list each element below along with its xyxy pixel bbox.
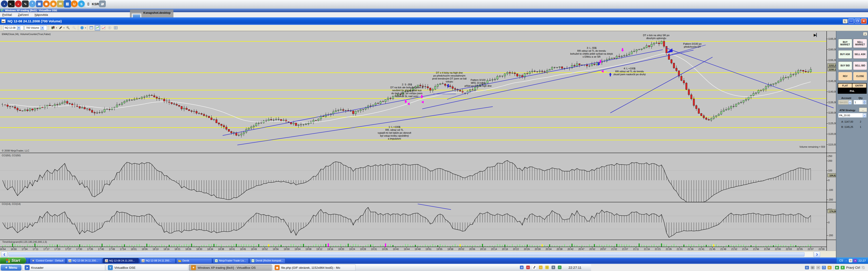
kmix-tray-icon[interactable]: ◁: [539, 266, 542, 269]
spin-down-icon[interactable]: ▼: [863, 102, 866, 104]
kde-task-krusader[interactable]: ➤Krusader: [23, 265, 105, 271]
interval-selector[interactable]: 700 Volume ▼: [25, 26, 47, 30]
scroll-right-button[interactable]: ❯: [814, 251, 820, 257]
firefox-icon[interactable]: ◉: [43, 0, 50, 7]
axis-tick: [827, 102, 828, 103]
draw-tool-icon[interactable]: [58, 25, 63, 31]
media-app-icon[interactable]: ◍: [50, 0, 57, 7]
time-axis-label: 20:14: [491, 248, 497, 250]
ninjatrader-tray-icon[interactable]: n: [849, 259, 852, 263]
scrollbar-track[interactable]: [8, 251, 813, 257]
axis-tick: [827, 144, 828, 145]
scroll-left-button[interactable]: ❮: [1, 251, 7, 257]
quantity-stepper[interactable]: 1 ▲▼: [854, 100, 867, 105]
ut-app-icon[interactable]: U: [71, 0, 78, 7]
phone-app-icon[interactable]: ◗: [15, 0, 22, 7]
file-manager-icon[interactable]: ✉: [57, 0, 64, 7]
start-button[interactable]: Start: [0, 258, 26, 264]
menu-zařízení[interactable]: Zařízení: [18, 13, 29, 16]
data-grid-icon[interactable]: [113, 25, 119, 31]
skype-icon[interactable]: S: [78, 0, 85, 7]
instrument-link-button[interactable]: L: [843, 19, 848, 24]
reverse-button[interactable]: REV: [838, 72, 852, 80]
kde-task-virtualbox-ose[interactable]: VVirtualBox OSE: [106, 265, 188, 271]
chevron-down-icon[interactable]: ▼: [863, 113, 866, 118]
terminal-icon[interactable]: >_: [8, 0, 15, 7]
kgpg-tray-icon[interactable]: ⚿: [558, 266, 561, 269]
taskbar-task-nq-12-08-24-11-200-[interactable]: NQ 12-08 24.11.200...: [66, 258, 102, 263]
minimize-button[interactable]: ─: [848, 19, 854, 24]
chevron-down-icon[interactable]: ▼: [40, 26, 44, 30]
trading-vm-icon[interactable]: ▥: [64, 0, 71, 7]
buy-market-button[interactable]: BUY MARKET: [838, 39, 852, 48]
strategy-dropdown[interactable]: PA_20:00 ▼: [838, 113, 867, 118]
scrollbar-thumb[interactable]: [8, 252, 804, 257]
menu-nápověda[interactable]: Nápověda: [35, 13, 48, 16]
wolf-app-icon[interactable]: ◖: [1, 0, 8, 7]
taskbar-task-nq-12-08-24-11-200-[interactable]: NQ 12-08 24.11.200...: [140, 258, 176, 263]
data-series-globe-icon[interactable]: [79, 25, 85, 31]
taskbar-task-ninjatrader-trade-lis-[interactable]: XNinjaTrader Trade Lis...: [213, 258, 249, 263]
sell-bid-button[interactable]: SELL BID: [853, 61, 867, 70]
keyboard-layout-flag-icon[interactable]: ▞: [532, 266, 536, 269]
chat-app-icon[interactable]: ❛: [29, 0, 36, 7]
kde-task-file-php-gif-obr-zek-115[interactable]: ◉file.php (GIF obrázek, 1152x864 bodů) -…: [273, 265, 355, 271]
atm-options-button[interactable]: ...: [859, 107, 867, 112]
indicator-chart-icon[interactable]: [101, 25, 106, 31]
instrument-selector[interactable]: NQ 12-08 ▼: [3, 26, 24, 30]
taskbar-task-den-k-re-im-kompati-[interactable]: XDeník [Režim kompati...: [250, 258, 285, 263]
menu-počítač[interactable]: Počítač: [2, 13, 12, 16]
close-position-button[interactable]: CLOSE: [853, 72, 867, 80]
fridge-app-icon[interactable]: ▯: [85, 0, 92, 7]
taskbar-task-nq-12-08-24-11-200-[interactable]: NQ 12-08 24.11.200...: [103, 258, 139, 263]
sell-market-button[interactable]: SELL MARKET: [853, 39, 867, 48]
chevron-down-icon[interactable]: ▾: [64, 27, 64, 29]
taskbar-task-den-k[interactable]: Deník: [176, 258, 212, 263]
flat-cell[interactable]: FLAT: [838, 83, 852, 88]
remote-desktop-icon[interactable]: 🖳: [99, 0, 106, 7]
chevron-down-icon[interactable]: ▼: [17, 26, 21, 30]
spin-up-icon[interactable]: ▲: [863, 100, 866, 102]
zoom-in-icon[interactable]: [65, 25, 71, 31]
chart-style-icon[interactable]: [51, 25, 56, 31]
system-monitor-icon[interactable]: ∿: [22, 0, 29, 7]
kde-menu-button[interactable]: ✦ Menu: [1, 265, 22, 271]
kde-task-windows-xp-trading-be-vi[interactable]: ✦Windows XP-trading [Beží] - VirtualBox …: [189, 265, 272, 271]
organizer-tray-icon[interactable]: ▤: [520, 266, 524, 269]
taskbar-task-control-center-default[interactable]: Control Center - Default: [30, 258, 66, 263]
account-label: Account: [841, 97, 851, 99]
close-button[interactable]: ✕: [861, 19, 867, 24]
chart-canvas[interactable]: [0, 31, 836, 251]
ksr-launcher[interactable]: KSR: [92, 0, 99, 7]
coin-icon[interactable]: $: [107, 25, 112, 31]
zoom-out-icon[interactable]: [71, 25, 77, 31]
chevron-down-icon[interactable]: ▾: [85, 27, 86, 29]
network-tray-icon[interactable]: ⇅: [552, 266, 555, 269]
language-indicator[interactable]: CS: [839, 259, 843, 262]
chart-trader-icon[interactable]: [95, 25, 100, 31]
klipper-tray-icon[interactable]: ✂: [526, 266, 530, 269]
sell-ask-button[interactable]: SELL ASK: [853, 50, 867, 59]
toolbar-grip[interactable]: [1, 26, 2, 30]
time-axis-label: 19:04: [294, 248, 301, 250]
chevron-down-icon[interactable]: ▾: [56, 27, 57, 29]
backup-disk-icon[interactable]: ▣: [36, 0, 43, 7]
go-to-last-bar-icon[interactable]: ▶▏: [814, 33, 819, 37]
buy-bid-button[interactable]: BUY BID: [838, 61, 852, 70]
panel-window-icon[interactable]: [89, 25, 94, 31]
resize-grip[interactable]: [862, 266, 865, 269]
host-dock: ◖>_◗∿❛▣◉◍✉▥US▯KSR🖳: [0, 0, 868, 9]
entry-cell[interactable]: ENTRY: [852, 83, 866, 88]
restore-button[interactable]: ❐: [855, 19, 860, 24]
ninjatrader-window-titlebar[interactable]: NQ 12-08 24.11.2008 (700 Volume) L ─ ❐ ✕: [0, 18, 868, 25]
axis-tick: [827, 39, 828, 39]
knotes-tray-icon[interactable]: ▢: [545, 266, 549, 269]
chart-area[interactable]: EMA(Close,34), VolumeCounter(True,False)…: [0, 31, 836, 251]
time-axis-label: 19:31: [371, 248, 377, 250]
collapse-panel-button[interactable]: ▲: [863, 32, 867, 36]
language-bar-icon[interactable]: ‹: [844, 259, 848, 263]
account-dropdown[interactable]: Sim101 ▼: [838, 100, 852, 105]
buy-ask-button[interactable]: BUY ASK: [838, 50, 852, 59]
time-axis-label: 20:06: [469, 248, 475, 250]
security-shield-icon[interactable]: ▾: [853, 259, 857, 263]
